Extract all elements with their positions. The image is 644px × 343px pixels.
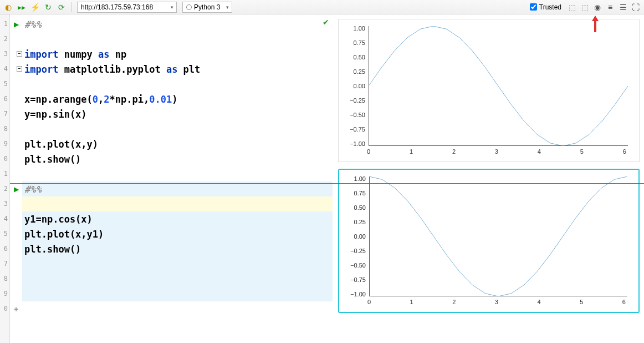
stop-icon[interactable]: ◐ xyxy=(2,2,14,13)
trusted-check-input[interactable] xyxy=(530,3,537,11)
cell-separator-line xyxy=(10,183,644,184)
y-axis-labels: 1.000.750.500.250.00−0.25−0.50−0.75−1.00 xyxy=(343,174,369,307)
code-line: plt.plot(x,y) xyxy=(22,137,333,152)
y-axis-labels: 1.000.750.500.250.00−0.25−0.50−0.75−1.00 xyxy=(342,24,369,157)
cell-up-icon[interactable]: ⬚ xyxy=(566,2,578,13)
output-panel: 1.000.750.500.250.00−0.25−0.50−0.75−1.00… xyxy=(333,14,644,343)
kernel-status-icon xyxy=(186,4,192,10)
code-line xyxy=(22,77,333,92)
code-line: y1=np.cos(x) xyxy=(22,211,333,226)
line-gutter: 12345678901234567890 xyxy=(0,14,10,343)
lightning-icon[interactable]: ⚡ xyxy=(29,2,41,13)
main-area: 12345678901234567890 ▶ ▶ + ✔ #%% − impor… xyxy=(0,14,644,343)
sin-curve xyxy=(369,26,628,146)
trusted-checkbox[interactable]: Trusted xyxy=(530,3,561,11)
code-line xyxy=(22,256,333,271)
code-line: #%% xyxy=(22,17,333,32)
code-line xyxy=(22,122,333,137)
toolbar: ◐ ▸▸ ⚡ ↻ ⟳ http://183.175.59.73:168 Pyth… xyxy=(0,0,644,14)
code-line xyxy=(22,286,333,301)
cos-curve xyxy=(369,176,627,296)
fold-icon[interactable]: − xyxy=(17,51,22,57)
run-cell-icon[interactable]: ▶ xyxy=(14,21,19,28)
outline-icon[interactable]: ☰ xyxy=(617,2,629,13)
fold-icon[interactable]: − xyxy=(17,66,22,72)
code-line xyxy=(22,271,333,286)
restart-run-icon[interactable]: ⟳ xyxy=(55,2,68,13)
kernel-name: Python 3 xyxy=(194,3,220,11)
view-icon[interactable]: ◉ xyxy=(591,2,604,13)
editor[interactable]: ✔ #%% − import numpy as np − import matp… xyxy=(22,14,333,343)
run-cell-icon[interactable]: ▶ xyxy=(14,185,19,193)
code-line xyxy=(22,167,333,181)
code-line: y=np.sin(x) xyxy=(22,107,333,122)
annotation-arrow-icon xyxy=(591,16,600,32)
run-gutter: ▶ ▶ + xyxy=(10,14,22,343)
add-cell-icon[interactable]: + xyxy=(14,305,18,314)
code-line: x=np.arange(0,2*np.pi,0.01) xyxy=(22,92,333,107)
kernel-dropdown[interactable]: Python 3 xyxy=(182,2,232,13)
code-line xyxy=(22,196,333,211)
run-all-icon[interactable]: ▸▸ xyxy=(16,2,28,13)
cell-down-icon[interactable]: ⬚ xyxy=(579,2,591,13)
restart-icon[interactable]: ↻ xyxy=(42,2,54,13)
x-axis-labels: 0123456 xyxy=(369,299,627,307)
separator xyxy=(71,2,71,12)
server-url-dropdown[interactable]: http://183.175.59.73:168 xyxy=(77,2,177,13)
code-line: plt.show() xyxy=(22,152,333,167)
code-line: #%% xyxy=(22,181,333,196)
x-axis-labels: 0123456 xyxy=(369,148,628,157)
code-line: − import numpy as np xyxy=(22,47,333,62)
expand-icon[interactable]: ⛶ xyxy=(630,2,642,13)
server-url-text: http://183.175.59.73:168 xyxy=(81,3,153,11)
code-line: − import matplotlib.pyplot as plt xyxy=(22,62,333,77)
trusted-label: Trusted xyxy=(539,3,561,11)
plot-sin: 1.000.750.500.250.00−0.25−0.50−0.75−1.00… xyxy=(338,19,640,162)
list-icon[interactable]: ≡ xyxy=(604,2,616,13)
code-line: plt.show() xyxy=(22,241,333,256)
check-ok-icon: ✔ xyxy=(323,18,329,27)
plot-cos: 1.000.750.500.250.00−0.25−0.50−0.75−1.00… xyxy=(338,169,640,313)
code-line: plt.plot(x,y1) xyxy=(22,226,333,241)
code-line xyxy=(22,32,333,47)
